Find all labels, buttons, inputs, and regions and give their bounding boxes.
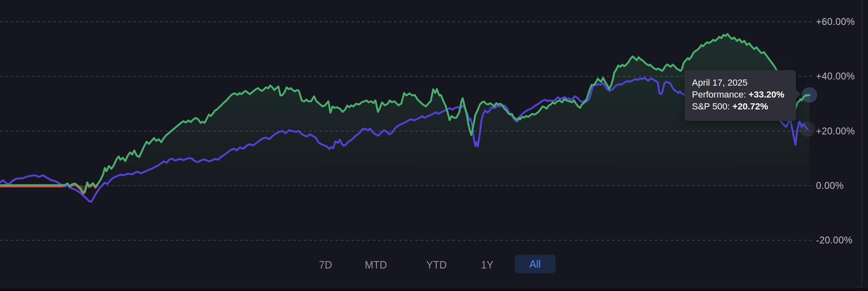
tooltip-sp500-value: +20.72%: [732, 101, 768, 111]
tooltip-performance-value: +33.20%: [748, 89, 784, 100]
y-axis-label: +40.00%: [816, 70, 855, 82]
y-axis-label: +20.00%: [816, 125, 855, 137]
chart-tooltip: April 17, 2025 Performance: +33.20% S&P …: [685, 70, 796, 121]
time-range-all[interactable]: All: [515, 255, 556, 273]
performance-chart[interactable]: [0, 0, 868, 288]
time-range-1y[interactable]: 1Y: [481, 259, 494, 271]
y-axis-label: 0.00%: [816, 180, 844, 191]
y-axis-label: -20.00%: [816, 234, 852, 246]
tooltip-date: April 17, 2025: [692, 77, 796, 89]
time-range-7d[interactable]: 7D: [319, 259, 332, 271]
bottom-edge-strip: [0, 288, 868, 291]
tooltip-sp500-row: S&P 500: +20.72%: [692, 100, 796, 112]
time-range-mtd[interactable]: MTD: [365, 259, 387, 271]
tooltip-pointer-arrow: [796, 89, 801, 99]
tooltip-performance-row: Performance: +33.20%: [692, 89, 796, 100]
time-range-ytd[interactable]: YTD: [426, 259, 447, 271]
y-axis-label: +60.00%: [816, 16, 855, 27]
